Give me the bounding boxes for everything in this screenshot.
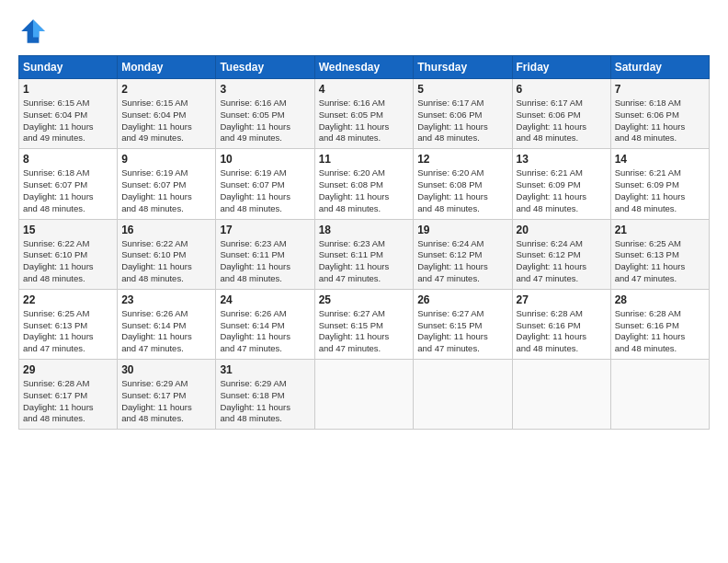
day-number: 10 [220,153,310,166]
calendar-day-cell: 24Sunrise: 6:26 AM Sunset: 6:14 PM Dayli… [216,289,314,359]
day-number: 14 [615,153,705,166]
calendar-day-cell: 28Sunrise: 6:28 AM Sunset: 6:16 PM Dayli… [610,289,709,359]
day-info: Sunrise: 6:24 AM Sunset: 6:12 PM Dayligh… [417,238,507,285]
calendar-day-cell: 6Sunrise: 6:17 AM Sunset: 6:06 PM Daylig… [512,79,610,149]
day-info: Sunrise: 6:26 AM Sunset: 6:14 PM Dayligh… [121,308,211,355]
day-info: Sunrise: 6:16 AM Sunset: 6:05 PM Dayligh… [319,98,410,144]
day-number: 17 [220,224,310,236]
day-info: Sunrise: 6:29 AM Sunset: 6:18 PM Dayligh… [220,378,310,425]
calendar-day-cell: 23Sunrise: 6:26 AM Sunset: 6:14 PM Dayli… [118,289,216,359]
day-info: Sunrise: 6:21 AM Sunset: 6:09 PM Dayligh… [517,167,607,214]
calendar-day-cell: 4Sunrise: 6:16 AM Sunset: 6:05 PM Daylig… [314,79,414,149]
day-number: 30 [121,363,211,376]
calendar-day-cell: 19Sunrise: 6:24 AM Sunset: 6:12 PM Dayli… [414,219,512,289]
day-info: Sunrise: 6:23 AM Sunset: 6:11 PM Dayligh… [319,238,410,285]
day-number: 26 [417,293,507,306]
day-info: Sunrise: 6:22 AM Sunset: 6:10 PM Dayligh… [121,238,211,285]
day-of-week-header: Tuesday [216,56,314,79]
day-info: Sunrise: 6:15 AM Sunset: 6:04 PM Dayligh… [121,98,211,144]
day-info: Sunrise: 6:19 AM Sunset: 6:07 PM Dayligh… [220,167,310,214]
calendar-day-cell: 11Sunrise: 6:20 AM Sunset: 6:08 PM Dayli… [314,149,414,219]
page-header [18,17,710,46]
day-of-week-header: Saturday [610,56,709,79]
day-info: Sunrise: 6:23 AM Sunset: 6:11 PM Dayligh… [220,238,310,285]
calendar-day-cell: 15Sunrise: 6:22 AM Sunset: 6:10 PM Dayli… [19,219,118,289]
calendar-day-cell: 30Sunrise: 6:29 AM Sunset: 6:17 PM Dayli… [118,360,216,430]
day-info: Sunrise: 6:19 AM Sunset: 6:07 PM Dayligh… [121,167,211,214]
day-info: Sunrise: 6:25 AM Sunset: 6:13 PM Dayligh… [23,308,113,355]
calendar-day-cell: 18Sunrise: 6:23 AM Sunset: 6:11 PM Dayli… [314,219,414,289]
calendar-day-cell: 9Sunrise: 6:19 AM Sunset: 6:07 PM Daylig… [118,149,216,219]
calendar-day-cell: 22Sunrise: 6:25 AM Sunset: 6:13 PM Dayli… [19,289,118,359]
day-number: 19 [417,224,507,236]
day-number: 5 [417,83,507,96]
calendar-day-cell: 5Sunrise: 6:17 AM Sunset: 6:06 PM Daylig… [414,79,512,149]
day-number: 13 [517,153,607,166]
day-number: 25 [319,293,410,306]
calendar-day-cell: 2Sunrise: 6:15 AM Sunset: 6:04 PM Daylig… [118,79,216,149]
day-info: Sunrise: 6:21 AM Sunset: 6:09 PM Dayligh… [615,167,705,214]
day-number: 4 [319,83,410,96]
day-of-week-header: Sunday [19,56,118,79]
calendar-header-row: SundayMondayTuesdayWednesdayThursdayFrid… [19,56,710,79]
calendar-day-cell: 8Sunrise: 6:18 AM Sunset: 6:07 PM Daylig… [19,149,118,219]
day-number: 6 [517,83,607,96]
calendar-day-cell: 1Sunrise: 6:15 AM Sunset: 6:04 PM Daylig… [19,79,118,149]
calendar-table: SundayMondayTuesdayWednesdayThursdayFrid… [18,55,710,430]
day-info: Sunrise: 6:25 AM Sunset: 6:13 PM Dayligh… [615,238,705,285]
day-of-week-header: Wednesday [314,56,414,79]
day-info: Sunrise: 6:28 AM Sunset: 6:16 PM Dayligh… [517,308,607,355]
calendar-day-cell: 26Sunrise: 6:27 AM Sunset: 6:15 PM Dayli… [414,289,512,359]
day-info: Sunrise: 6:16 AM Sunset: 6:05 PM Dayligh… [220,98,310,144]
calendar-day-cell: 16Sunrise: 6:22 AM Sunset: 6:10 PM Dayli… [118,219,216,289]
calendar-day-cell: 25Sunrise: 6:27 AM Sunset: 6:15 PM Dayli… [314,289,414,359]
day-number: 2 [121,83,211,96]
day-number: 18 [319,224,410,236]
day-number: 29 [23,363,113,376]
day-number: 31 [220,363,310,376]
day-number: 20 [517,224,607,236]
calendar-day-cell: 31Sunrise: 6:29 AM Sunset: 6:18 PM Dayli… [216,360,314,430]
day-number: 11 [319,153,410,166]
calendar-day-cell: 27Sunrise: 6:28 AM Sunset: 6:16 PM Dayli… [512,289,610,359]
day-info: Sunrise: 6:17 AM Sunset: 6:06 PM Dayligh… [517,98,607,144]
calendar-week-row: 1Sunrise: 6:15 AM Sunset: 6:04 PM Daylig… [19,79,710,149]
day-number: 3 [220,83,310,96]
day-number: 24 [220,293,310,306]
day-info: Sunrise: 6:28 AM Sunset: 6:17 PM Dayligh… [23,378,113,425]
day-info: Sunrise: 6:20 AM Sunset: 6:08 PM Dayligh… [417,167,507,214]
day-number: 16 [121,224,211,236]
calendar-week-row: 8Sunrise: 6:18 AM Sunset: 6:07 PM Daylig… [19,149,710,219]
day-of-week-header: Thursday [414,56,512,79]
day-number: 23 [121,293,211,306]
calendar-day-cell: 7Sunrise: 6:18 AM Sunset: 6:06 PM Daylig… [610,79,709,149]
day-info: Sunrise: 6:17 AM Sunset: 6:06 PM Dayligh… [417,98,507,144]
day-info: Sunrise: 6:18 AM Sunset: 6:07 PM Dayligh… [23,167,113,214]
day-info: Sunrise: 6:20 AM Sunset: 6:08 PM Dayligh… [319,167,410,214]
day-number: 21 [615,224,705,236]
calendar-week-row: 29Sunrise: 6:28 AM Sunset: 6:17 PM Dayli… [19,360,710,430]
day-info: Sunrise: 6:27 AM Sunset: 6:15 PM Dayligh… [319,308,410,355]
day-info: Sunrise: 6:15 AM Sunset: 6:04 PM Dayligh… [23,98,113,144]
day-of-week-header: Monday [118,56,216,79]
day-info: Sunrise: 6:24 AM Sunset: 6:12 PM Dayligh… [517,238,607,285]
calendar-day-cell: 14Sunrise: 6:21 AM Sunset: 6:09 PM Dayli… [610,149,709,219]
calendar-day-cell [414,360,512,430]
logo-icon [18,17,48,46]
day-number: 7 [615,83,705,96]
calendar-day-cell [512,360,610,430]
calendar-day-cell: 10Sunrise: 6:19 AM Sunset: 6:07 PM Dayli… [216,149,314,219]
day-number: 12 [417,153,507,166]
day-info: Sunrise: 6:27 AM Sunset: 6:15 PM Dayligh… [417,308,507,355]
day-info: Sunrise: 6:18 AM Sunset: 6:06 PM Dayligh… [615,98,705,144]
svg-marker-1 [33,19,45,37]
calendar-day-cell: 21Sunrise: 6:25 AM Sunset: 6:13 PM Dayli… [610,219,709,289]
calendar-day-cell: 12Sunrise: 6:20 AM Sunset: 6:08 PM Dayli… [414,149,512,219]
day-number: 9 [121,153,211,166]
calendar-day-cell: 13Sunrise: 6:21 AM Sunset: 6:09 PM Dayli… [512,149,610,219]
day-info: Sunrise: 6:29 AM Sunset: 6:17 PM Dayligh… [121,378,211,425]
day-number: 28 [615,293,705,306]
day-number: 27 [517,293,607,306]
day-info: Sunrise: 6:22 AM Sunset: 6:10 PM Dayligh… [23,238,113,285]
calendar-day-cell: 20Sunrise: 6:24 AM Sunset: 6:12 PM Dayli… [512,219,610,289]
